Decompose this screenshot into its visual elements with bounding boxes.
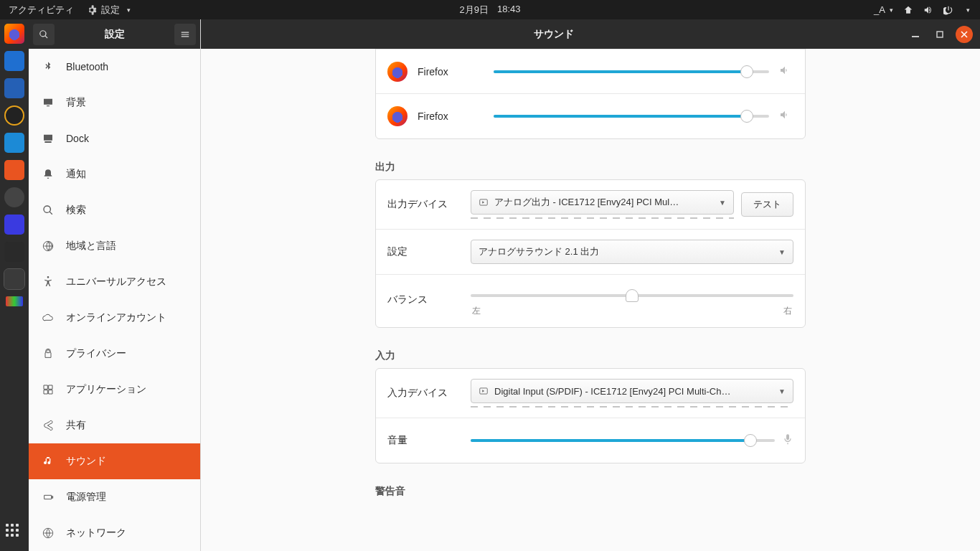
app-volumes-card: Firefox Firefox (375, 49, 806, 139)
app-menu[interactable]: 設定 ▾ (87, 4, 131, 17)
ubuntu-dock (0, 19, 29, 551)
chevron-down-icon: ▼ (778, 387, 786, 395)
mic-mute-button[interactable] (782, 433, 793, 448)
sidebar-item-region[interactable]: 地域と言語 (29, 228, 200, 264)
output-device-row: 出力デバイス アナログ出力 - ICE1712 [Envy24] PCI Mul… (376, 180, 805, 230)
sidebar-item-privacy[interactable]: プライバシー (29, 336, 200, 372)
content-header: サウンド (201, 19, 980, 49)
output-config-combo[interactable]: アナログサラウンド 2.1 出力 ▼ (471, 240, 793, 264)
input-device-combo[interactable]: Digital Input (S/PDIF) - ICE1712 [Envy24… (471, 379, 793, 403)
dock-app-firefox[interactable] (4, 24, 24, 44)
sidebar-item-bluetooth[interactable]: Bluetooth (29, 49, 200, 85)
close-icon (961, 31, 968, 38)
app-volume-slider[interactable] (494, 110, 769, 123)
app-volume-row: Firefox (376, 50, 805, 94)
dock-app-libreoffice[interactable] (4, 133, 24, 153)
volume-icon[interactable] (923, 5, 933, 15)
minimize-icon (912, 31, 919, 38)
content-title: サウンド (201, 28, 907, 41)
sidebar-item-search[interactable]: 検索 (29, 192, 200, 228)
speaker-icon (779, 109, 791, 121)
dock-icon (42, 133, 54, 144)
sidebar-item-background[interactable]: 背景 (29, 85, 200, 121)
balance-row: バランス 左 右 (376, 275, 805, 327)
microphone-icon (782, 433, 793, 445)
network-icon[interactable] (903, 5, 913, 15)
settings-sidebar: 設定 Bluetooth 背景 Dock 通知 検索 地域と言語 ユニバーサルア… (29, 19, 201, 551)
svg-rect-1 (937, 32, 943, 37)
firefox-icon (387, 106, 407, 126)
output-section-title: 出力 (375, 161, 806, 174)
sidebar-item-applications[interactable]: アプリケーション (29, 372, 200, 408)
sidebar-item-sound[interactable]: サウンド (29, 443, 200, 479)
menu-button[interactable] (174, 24, 196, 45)
system-menu-chevron-icon[interactable]: ▾ (966, 6, 970, 14)
app-volume-row: Firefox (376, 94, 805, 138)
sidebar-item-notifications[interactable]: 通知 (29, 156, 200, 192)
app-name: Firefox (418, 66, 484, 77)
output-device-combo[interactable]: アナログ出力 - ICE1712 [Envy24] PCI Mul… ▼ (471, 190, 734, 215)
activities-button[interactable]: アクティビティ (9, 4, 74, 17)
sound-scroll[interactable]: Firefox Firefox (201, 49, 980, 551)
firefox-icon (387, 62, 407, 82)
music-icon (42, 456, 54, 467)
dock-app-terminal[interactable] (4, 242, 24, 262)
close-button[interactable] (956, 26, 973, 43)
alert-section-title: 警告音 (375, 485, 806, 498)
mute-button[interactable] (779, 65, 793, 79)
ime-indicator[interactable]: _A▾ (874, 4, 893, 15)
dock-app-screenshot[interactable] (4, 215, 24, 235)
dock-app-texteditor[interactable] (4, 78, 24, 98)
sidebar-item-sharing[interactable]: 共有 (29, 408, 200, 443)
dock-app-updater[interactable] (4, 187, 24, 207)
clock[interactable]: 2月9日 18:43 (459, 4, 520, 17)
dock-app-thunderbird[interactable] (4, 51, 24, 71)
accessibility-icon (42, 276, 54, 288)
lock-icon (42, 348, 54, 359)
svg-rect-0 (912, 36, 919, 37)
dock-app-htop[interactable] (6, 296, 23, 306)
hamburger-icon (180, 29, 190, 39)
maximize-button[interactable] (931, 26, 948, 43)
search-icon (42, 204, 54, 216)
globe-icon (42, 527, 54, 539)
input-card: 入力デバイス Digital Input (S/PDIF) - ICE1712 … (375, 368, 806, 463)
sidebar-item-dock[interactable]: Dock (29, 121, 200, 156)
show-applications-button[interactable] (6, 524, 23, 541)
input-volume-slider[interactable] (471, 434, 775, 447)
chevron-down-icon: ▼ (719, 199, 726, 207)
sidebar-item-network[interactable]: ネットワーク (29, 515, 200, 551)
balance-slider[interactable] (471, 289, 793, 302)
sidebar-title: 設定 (55, 28, 174, 41)
maximize-icon (936, 31, 943, 38)
sidebar-item-accessibility[interactable]: ユニバーサルアクセス (29, 264, 200, 300)
power-icon[interactable] (943, 5, 953, 15)
settings-content: サウンド Firefox (201, 19, 980, 551)
dock-app-settings[interactable] (4, 269, 24, 289)
gnome-top-bar: アクティビティ 設定 ▾ 2月9日 18:43 _A▾ ▾ (0, 0, 980, 19)
audio-card-icon (479, 386, 489, 396)
bluetooth-icon (42, 61, 54, 72)
test-button[interactable]: テスト (741, 192, 793, 217)
sidebar-item-online[interactable]: オンラインアカウント (29, 300, 200, 336)
search-button[interactable] (33, 24, 55, 45)
input-device-row: 入力デバイス Digital Input (S/PDIF) - ICE1712 … (376, 369, 805, 418)
minimize-button[interactable] (907, 26, 924, 43)
sidebar-list[interactable]: Bluetooth 背景 Dock 通知 検索 地域と言語 ユニバーサルアクセス… (29, 49, 200, 551)
search-icon (39, 29, 49, 39)
display-icon (42, 97, 54, 108)
share-icon (42, 420, 54, 431)
cloud-icon (42, 312, 54, 324)
sidebar-header: 設定 (29, 19, 200, 49)
sidebar-item-power[interactable]: 電源管理 (29, 479, 200, 515)
input-section-title: 入力 (375, 349, 806, 362)
output-config-row: 設定 アナログサラウンド 2.1 出力 ▼ (376, 230, 805, 275)
bell-icon (42, 169, 54, 180)
battery-icon (42, 491, 54, 503)
mute-button[interactable] (779, 109, 793, 123)
app-volume-slider[interactable] (494, 65, 769, 78)
grid-icon (42, 384, 54, 395)
audio-card-icon (479, 197, 489, 207)
dock-app-software[interactable] (4, 160, 24, 180)
dock-app-rhythmbox[interactable] (4, 105, 24, 126)
